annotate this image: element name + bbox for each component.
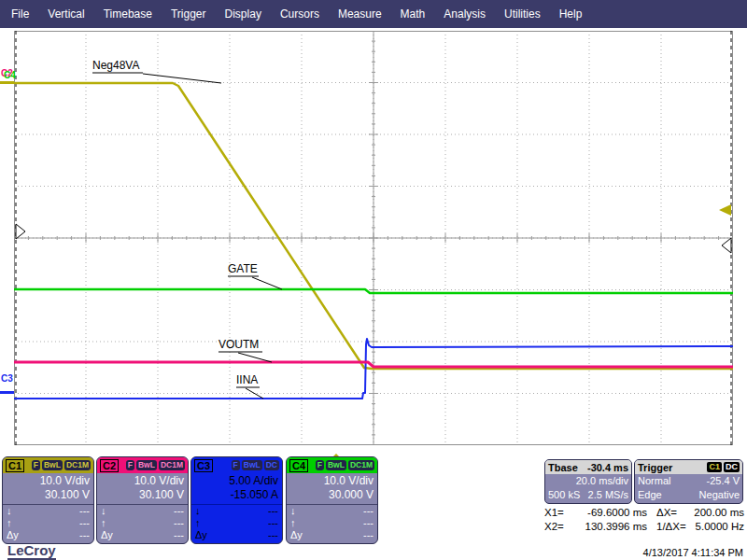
trigger-level: -25.4 V xyxy=(707,474,740,488)
channel-measure-rows: ↓--- ↑--- Δy--- xyxy=(287,504,377,541)
cursor-x1-label: X1= xyxy=(544,507,564,518)
coupling-badge: DC1M xyxy=(159,460,185,470)
delta-y-icon: Δy xyxy=(290,529,303,541)
trace-stub xyxy=(0,391,14,394)
trigger-type: Edge xyxy=(638,488,662,502)
channel-header: C1 F BwL DC1M xyxy=(3,457,93,473)
timebase-panel[interactable]: Tbase -30.4 ms 20.0 ms/div 500 kS 2.5 MS… xyxy=(544,459,632,504)
waveform-display[interactable]: Neg48VAGATEVOUTMIINA xyxy=(14,31,733,445)
timebase-sample-rate: 2.5 MS/s xyxy=(588,488,628,502)
filter-badge: F xyxy=(32,460,40,470)
filter-badge: F xyxy=(232,460,240,470)
delta-y-value: --- xyxy=(268,529,278,541)
channel-id: C4 xyxy=(289,459,308,472)
channel-box-c2[interactable]: C2 F BwL DC1M 10.0 V/div 30.100 V ↓--- ↑… xyxy=(96,456,189,544)
bandwidth-limit-badge: BwL xyxy=(326,460,346,470)
channel-scale: 10.0 V/div xyxy=(290,474,374,488)
coupling-badge: DC1M xyxy=(64,460,91,470)
channel-id: C1 xyxy=(6,459,24,472)
channel-badges: F BwL DC xyxy=(232,460,279,470)
delta-y-value: --- xyxy=(363,529,374,541)
timebase-label: Tbase xyxy=(548,462,578,473)
menu-item-utilities[interactable]: Utilities xyxy=(495,7,550,21)
max-arrow-icon: ↑ xyxy=(290,517,296,529)
coupling-badge: DC xyxy=(264,460,279,470)
cursor-dx-value: 200.00 ms xyxy=(694,507,744,518)
trace-stub xyxy=(0,81,14,84)
max-value: --- xyxy=(174,517,184,529)
channel-id: C2 xyxy=(100,459,119,472)
channel-scale: 5.00 A/div xyxy=(195,474,278,488)
min-value: --- xyxy=(174,505,184,517)
coupling-badge: DC1M xyxy=(348,460,374,470)
channel-scale: 10.0 V/div xyxy=(7,474,90,488)
min-arrow-icon: ↓ xyxy=(7,505,12,517)
channel-marker-c3[interactable]: C3 xyxy=(1,374,13,384)
channel-measure-rows: ↓--- ↑--- Δy--- xyxy=(191,504,282,541)
cursor-x1-value: -69.6000 ms xyxy=(587,507,647,518)
menu-item-measure[interactable]: Measure xyxy=(329,7,391,21)
max-arrow-icon: ↑ xyxy=(195,517,201,529)
channel-header: C2 F BwL DC1M xyxy=(97,457,188,473)
channel-measure-rows: ↓--- ↑--- Δy--- xyxy=(3,504,93,541)
trace-label-gate[interactable]: GATE xyxy=(228,262,258,275)
menu-item-file[interactable]: File xyxy=(2,7,38,21)
trace-label-iina[interactable]: IINA xyxy=(236,373,258,386)
filter-badge: F xyxy=(126,460,134,470)
menu-item-trigger[interactable]: Trigger xyxy=(162,7,216,21)
timebase-samples: 500 kS xyxy=(548,488,580,502)
max-value: --- xyxy=(268,517,278,529)
cursor-readout: X1=-69.6000 ms ΔX=200.00 ms X2=130.3996 … xyxy=(544,507,744,535)
trigger-panel[interactable]: Trigger C1 DC Normal -25.4 V Edge Negati… xyxy=(634,459,743,504)
trace-label-voutm[interactable]: VOUTM xyxy=(218,338,259,351)
cursor-x1-handle-icon[interactable] xyxy=(16,224,25,239)
channel-header: C3 F BwL DC xyxy=(191,457,282,473)
timebase-scale: 20.0 ms/div xyxy=(576,474,628,488)
cursor-inv-dx-value: 5.0000 Hz xyxy=(696,521,744,532)
menu-item-vertical[interactable]: Vertical xyxy=(38,7,93,21)
channel-marker-c4[interactable]: C4 xyxy=(4,71,16,80)
bandwidth-limit-badge: BwL xyxy=(242,460,262,470)
channel-box-c3[interactable]: C3 F BwL DC 5.00 A/div -15.050 A ↓--- ↑-… xyxy=(190,456,283,544)
waveform-grid[interactable]: Neg48VAGATEVOUTMIINA xyxy=(14,31,733,445)
channel-offset: 30.100 V xyxy=(101,488,184,502)
trace-label-pointer xyxy=(252,277,282,289)
channel-offset: -15.050 A xyxy=(195,488,278,502)
channel-badges: F BwL DC1M xyxy=(316,460,374,470)
menu-item-cursors[interactable]: Cursors xyxy=(271,7,329,21)
delta-y-icon: Δy xyxy=(101,529,113,541)
trigger-level-marker-icon[interactable] xyxy=(719,204,731,216)
cursor-inv-dx-label: 1/ΔX= xyxy=(656,521,686,532)
channel-id: C3 xyxy=(194,459,213,472)
min-value: --- xyxy=(268,505,278,517)
min-arrow-icon: ↓ xyxy=(195,505,201,517)
menu-item-display[interactable]: Display xyxy=(216,7,271,21)
menu-item-timebase[interactable]: Timebase xyxy=(94,7,162,21)
channel-box-c4[interactable]: C4 F BwL DC1M 10.0 V/div 30.000 V ↓--- ↑… xyxy=(286,456,378,544)
cursor-x2-handle-icon[interactable] xyxy=(722,238,731,253)
delta-y-value: --- xyxy=(79,529,90,541)
filter-badge: F xyxy=(316,460,324,470)
min-value: --- xyxy=(363,505,374,517)
menu-item-help[interactable]: Help xyxy=(550,7,592,21)
channel-measure-rows: ↓--- ↑--- Δy--- xyxy=(97,504,188,541)
channel-header: C4 F BwL DC1M xyxy=(287,457,377,473)
timebase-offset: -30.4 ms xyxy=(587,462,628,473)
menu-item-math[interactable]: Math xyxy=(391,7,435,21)
delta-y-icon: Δy xyxy=(7,529,19,541)
bandwidth-limit-badge: BwL xyxy=(136,460,157,470)
min-arrow-icon: ↓ xyxy=(101,505,106,517)
cursor-dx-label: ΔX= xyxy=(656,507,677,518)
trigger-source-badge: C1 xyxy=(707,462,722,472)
channel-badges: F BwL DC1M xyxy=(126,460,185,470)
channel-box-c1[interactable]: C1 F BwL DC1M 10.0 V/div 30.100 V ↓--- ↑… xyxy=(2,456,94,544)
trigger-mode: Normal xyxy=(638,474,670,488)
max-value: --- xyxy=(363,517,374,529)
trace-label-neg48va[interactable]: Neg48VA xyxy=(92,59,139,72)
trigger-slope: Negative xyxy=(699,488,740,502)
menu-item-analysis[interactable]: Analysis xyxy=(434,7,495,21)
max-value: --- xyxy=(79,517,90,529)
delta-y-icon: Δy xyxy=(195,529,207,541)
delta-y-value: --- xyxy=(174,529,184,541)
trigger-label: Trigger xyxy=(638,462,672,473)
